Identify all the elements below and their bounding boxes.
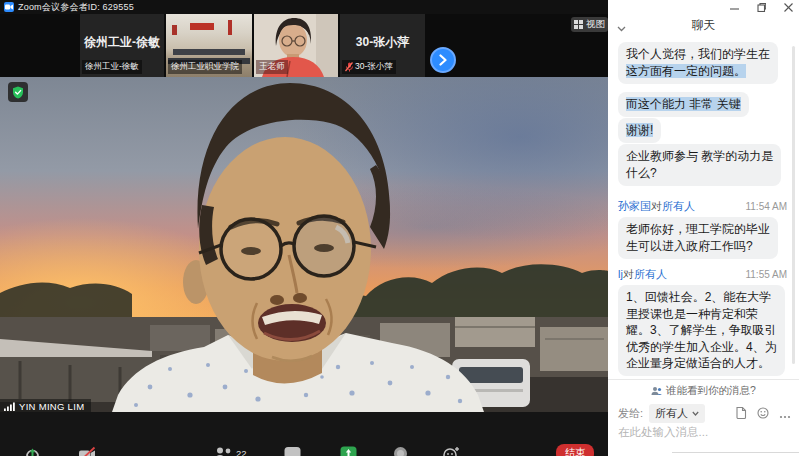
record-icon xyxy=(393,446,408,456)
signal-strength-icon xyxy=(4,402,15,411)
zoom-main-window: Zoom会议参会者ID: 629555 徐州工业-徐敏 徐州工业-徐敏 徐州工业… xyxy=(0,0,608,456)
speaker-video-scene xyxy=(0,77,608,412)
close-icon[interactable] xyxy=(783,2,793,12)
end-meeting-button[interactable]: 结束 xyxy=(556,444,594,456)
audio-options-chevron[interactable] xyxy=(45,450,54,456)
send-to-label: 发给: xyxy=(618,406,643,421)
window-title-bar: Zoom会议参会者ID: 629555 xyxy=(0,0,608,14)
share-screen-button[interactable] xyxy=(340,446,357,456)
emoji-icon[interactable] xyxy=(757,405,769,423)
chat-header: 聊天 xyxy=(608,15,799,37)
headset-icon xyxy=(24,446,41,456)
chat-bottom-border xyxy=(672,452,799,453)
stop-video-button[interactable] xyxy=(78,446,96,456)
chevron-right-icon xyxy=(438,54,448,66)
chat-panel: 聊天 我个人觉得，我们的学生在 这方面有一定的问题。 而这个能力 非常 关键 谢… xyxy=(608,0,799,456)
join-audio-button[interactable] xyxy=(24,446,41,456)
participants-button[interactable] xyxy=(214,446,233,456)
mic-muted-icon xyxy=(345,62,353,72)
share-screen-icon xyxy=(340,446,357,456)
meeting-id-title: Zoom会议参会者ID: 629555 xyxy=(18,1,134,14)
message-timestamp: 11:54 AM xyxy=(745,201,787,212)
chat-panel-title: 聊天 xyxy=(608,17,799,34)
participant-filmstrip: 徐州工业-徐敏 徐州工业-徐敏 徐州工业职业学院 xyxy=(0,14,608,77)
participant-name-label: 王老师 xyxy=(256,60,288,74)
participant-thumbnail[interactable]: 徐州工业-徐敏 徐州工业-徐敏 xyxy=(80,14,164,77)
who-can-see-hint[interactable]: 谁能看到你的消息? xyxy=(608,384,799,398)
grid-view-icon xyxy=(574,20,583,29)
chevron-down-icon xyxy=(692,411,699,416)
chat-message: 而这个能力 非常 关键 xyxy=(618,92,749,117)
record-button[interactable] xyxy=(393,446,408,456)
speaker-name: YIN MING LIM xyxy=(19,401,84,412)
minimize-icon[interactable] xyxy=(729,2,739,12)
send-to-row: 发给: 所有人 xyxy=(618,405,791,422)
reactions-smiley-icon xyxy=(443,446,460,456)
next-participants-button[interactable] xyxy=(430,47,456,73)
maximize-icon[interactable] xyxy=(756,2,766,12)
chat-message: 老师你好，理工学院的毕业 生可以进入政府工作吗? xyxy=(618,217,778,259)
who-can-see-text: 谁能看到你的消息? xyxy=(666,384,756,398)
participant-name-label: 徐州工业职业学院 xyxy=(168,60,242,74)
chat-scrollbar[interactable] xyxy=(792,46,795,364)
send-to-dropdown[interactable]: 所有人 xyxy=(649,404,705,423)
chat-message: 谢谢! xyxy=(618,118,661,143)
participants-icon xyxy=(214,446,233,456)
video-options-chevron[interactable] xyxy=(104,450,113,456)
chat-message-meta: 孙家国对所有人 11:54 AM xyxy=(618,199,787,213)
view-button[interactable]: 视图 xyxy=(571,17,608,32)
chat-button[interactable] xyxy=(284,446,301,456)
chat-message-input[interactable] xyxy=(618,426,788,438)
security-shield-icon xyxy=(12,86,24,99)
zoom-meeting-screen: Zoom会议参会者ID: 629555 徐州工业-徐敏 徐州工业-徐敏 徐州工业… xyxy=(0,0,799,456)
participant-name-label: 徐州工业-徐敏 xyxy=(82,60,142,74)
chat-message: 1、回馈社会。2、能在大学 里授课也是一种肯定和荣 耀。3、了解学生，争取吸引 … xyxy=(618,285,785,376)
video-camera-off-icon xyxy=(78,446,96,456)
chat-message: 我个人觉得，我们的学生在 这方面有一定的问题。 xyxy=(618,42,778,84)
people-icon xyxy=(651,386,662,396)
participant-name-label: 30-张小萍 xyxy=(342,60,396,74)
chat-footer-divider xyxy=(608,379,799,380)
active-speaker-video: YIN MING LIM xyxy=(0,77,608,412)
security-shield-button[interactable] xyxy=(8,82,28,102)
meeting-toolbar: 22 xyxy=(0,412,608,456)
view-button-label: 视图 xyxy=(586,18,605,31)
chat-bubble-icon xyxy=(284,446,301,456)
participants-count: 22 xyxy=(236,448,247,456)
participant-thumbnail[interactable]: 徐州工业职业学院 xyxy=(166,14,252,77)
participant-name-center: 徐州工业-徐敏 xyxy=(80,34,164,51)
speaker-name-tag: YIN MING LIM xyxy=(0,399,91,412)
sender-name: 孙家国 xyxy=(618,200,651,212)
chat-message: 企业教师参与 教学的动力是 什么? xyxy=(618,144,781,186)
more-options-icon[interactable] xyxy=(779,405,791,423)
zoom-app-icon xyxy=(4,2,14,12)
participant-name-center: 30-张小萍 xyxy=(340,34,425,51)
chat-window-controls xyxy=(729,2,793,12)
participant-thumbnail[interactable]: 王老师 xyxy=(254,14,338,77)
participant-thumbnail[interactable]: 30-张小萍 30-张小萍 xyxy=(340,14,425,77)
chat-message-meta: lj对所有人 11:55 AM xyxy=(618,267,787,281)
attach-file-icon[interactable] xyxy=(736,405,747,423)
reactions-button[interactable] xyxy=(443,446,460,456)
message-timestamp: 11:55 AM xyxy=(745,269,787,280)
participants-options-chevron[interactable] xyxy=(253,450,262,456)
